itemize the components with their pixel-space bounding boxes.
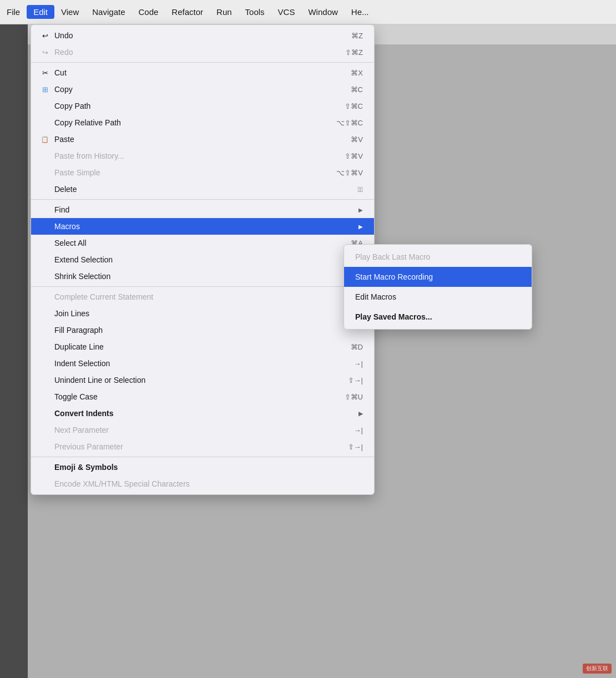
menubar-item-help[interactable]: He...: [345, 5, 376, 19]
submenu-item-edit-macros[interactable]: Edit Macros: [344, 287, 532, 307]
extend-selection-icon: [40, 255, 50, 265]
find-arrow: ▶: [359, 207, 363, 213]
submenu-item-start-macro-recording[interactable]: Start Macro Recording: [344, 267, 532, 287]
submenu-item-play-saved-macros[interactable]: Play Saved Macros...: [344, 307, 532, 327]
join-lines-label: Join Lines: [54, 309, 89, 318]
menu-item-redo[interactable]: Redo ⇧⌘Z: [31, 44, 374, 60]
copy-relative-label: Copy Relative Path: [54, 118, 121, 127]
menu-item-undo[interactable]: Undo ⌘Z: [31, 27, 374, 44]
fill-paragraph-icon: [40, 325, 50, 335]
macros-label: Macros: [54, 222, 80, 231]
fill-paragraph-label: Fill Paragraph: [54, 326, 103, 335]
delete-shortcut: ⌫⃞: [358, 185, 363, 194]
menu-item-convert-indents-left: Convert Indents: [40, 408, 114, 418]
menu-item-encode-xml-left: Encode XML/HTML Special Characters: [40, 479, 190, 489]
menu-item-indent-selection-left: Indent Selection: [40, 358, 110, 368]
menubar-item-code[interactable]: Code: [132, 5, 165, 19]
menu-item-find-left: Find: [40, 205, 69, 215]
menu-item-emoji-symbols[interactable]: Emoji & Symbols: [31, 459, 374, 475]
menu-item-join-lines-left: Join Lines: [40, 308, 89, 318]
play-back-last-macro-label: Play Back Last Macro: [355, 252, 430, 261]
join-lines-icon: [40, 308, 50, 318]
macros-icon: [40, 221, 50, 231]
menu-item-paste[interactable]: Paste ⌘V: [31, 131, 374, 148]
menu-item-delete[interactable]: Delete ⌫⃞: [31, 181, 374, 198]
menubar-item-edit[interactable]: Edit: [27, 5, 54, 19]
menu-item-paste-history[interactable]: Paste from History... ⇧⌘V: [31, 148, 374, 164]
menu-item-next-parameter[interactable]: Next Parameter →|: [31, 422, 374, 438]
paste-simple-shortcut: ⌥⇧⌘V: [336, 169, 363, 177]
menu-item-shrink-selection[interactable]: Shrink Selection ⌥↓: [31, 268, 374, 285]
extend-selection-label: Extend Selection: [54, 255, 113, 264]
copy-icon: [40, 84, 50, 94]
menu-item-find[interactable]: Find ▶: [31, 201, 374, 218]
menu-item-next-parameter-left: Next Parameter: [40, 425, 109, 435]
submenu-start-macro-left: Start Macro Recording: [355, 272, 433, 281]
menu-item-copy[interactable]: Copy ⌘C: [31, 81, 374, 98]
submenu-play-saved-left: Play Saved Macros...: [355, 312, 432, 321]
menubar-item-view[interactable]: View: [54, 5, 85, 19]
separator-3: [31, 286, 374, 287]
separator-4: [31, 457, 374, 457]
menu-item-extend-selection[interactable]: Extend Selection ⌥↑: [31, 251, 374, 268]
menu-item-encode-xml[interactable]: Encode XML/HTML Special Characters: [31, 475, 374, 492]
emoji-symbols-label: Emoji & Symbols: [54, 463, 118, 472]
play-saved-macros-label: Play Saved Macros...: [355, 312, 432, 321]
menu-item-duplicate-line[interactable]: Duplicate Line ⌘D: [31, 338, 374, 355]
redo-icon: [40, 47, 50, 57]
menu-item-previous-parameter[interactable]: Previous Parameter ⇧→|: [31, 438, 374, 455]
menu-item-unindent-line[interactable]: Unindent Line or Selection ⇧→|: [31, 372, 374, 388]
unindent-line-icon: [40, 375, 50, 385]
submenu-item-play-back-last-macro[interactable]: Play Back Last Macro: [344, 247, 532, 267]
menu-item-indent-selection[interactable]: Indent Selection →|: [31, 355, 374, 372]
menu-item-unindent-line-left: Unindent Line or Selection: [40, 375, 145, 385]
menu-item-copy-path[interactable]: Copy Path ⇧⌘C: [31, 98, 374, 114]
delete-icon: [40, 184, 50, 194]
copy-path-shortcut: ⇧⌘C: [345, 102, 363, 110]
next-parameter-label: Next Parameter: [54, 426, 109, 434]
shrink-selection-icon: [40, 271, 50, 281]
shrink-selection-label: Shrink Selection: [54, 272, 110, 281]
emoji-symbols-icon: [40, 462, 50, 472]
duplicate-line-label: Duplicate Line: [54, 342, 104, 351]
menu-item-paste-history-left: Paste from History...: [40, 151, 124, 161]
encode-xml-icon: [40, 479, 50, 489]
next-parameter-icon: [40, 425, 50, 435]
indent-selection-icon: [40, 358, 50, 368]
menu-item-convert-indents[interactable]: Convert Indents ▶: [31, 405, 374, 422]
menu-item-select-all[interactable]: Select All ⌘A: [31, 235, 374, 251]
unindent-line-label: Unindent Line or Selection: [54, 376, 145, 384]
menu-item-toggle-case[interactable]: Toggle Case ⇧⌘U: [31, 388, 374, 405]
menu-item-delete-left: Delete: [40, 184, 77, 194]
menu-item-join-lines[interactable]: Join Lines ^⇧J: [31, 305, 374, 322]
menubar-item-tools[interactable]: Tools: [239, 5, 271, 19]
start-macro-recording-label: Start Macro Recording: [355, 272, 433, 281]
menu-item-copy-left: Copy: [40, 84, 73, 94]
menubar-item-run[interactable]: Run: [210, 5, 239, 19]
menu-item-paste-simple[interactable]: Paste Simple ⌥⇧⌘V: [31, 164, 374, 181]
menu-item-cut[interactable]: Cut ⌘X: [31, 64, 374, 81]
indent-selection-shortcut: →|: [354, 360, 363, 368]
menu-item-paste-left: Paste: [40, 134, 74, 144]
menu-item-macros[interactable]: Macros ▶: [31, 218, 374, 235]
menu-item-extend-selection-left: Extend Selection: [40, 255, 113, 265]
menu-item-fill-paragraph[interactable]: Fill Paragraph: [31, 322, 374, 338]
cut-shortcut: ⌘X: [351, 69, 363, 77]
copy-path-icon: [40, 101, 50, 111]
menubar-item-window[interactable]: Window: [301, 5, 344, 19]
toggle-case-icon: [40, 392, 50, 402]
menubar-item-file[interactable]: File: [0, 5, 27, 19]
menu-item-copy-relative-path[interactable]: Copy Relative Path ⌥⇧⌘C: [31, 114, 374, 131]
paste-label: Paste: [54, 135, 74, 144]
menubar-item-vcs[interactable]: VCS: [271, 5, 302, 19]
delete-label: Delete: [54, 185, 77, 194]
menubar-item-refactor[interactable]: Refactor: [165, 5, 210, 19]
menu-item-emoji-symbols-left: Emoji & Symbols: [40, 462, 118, 472]
complete-current-label: Complete Current Statement: [54, 292, 153, 301]
cut-icon: [40, 68, 50, 78]
paste-simple-icon: [40, 168, 50, 178]
previous-parameter-icon: [40, 442, 50, 452]
undo-shortcut: ⌘Z: [351, 32, 363, 40]
menu-item-complete-current[interactable]: Complete Current Statement ⇧⌘↩: [31, 289, 374, 305]
menubar-item-navigate[interactable]: Navigate: [85, 5, 132, 19]
